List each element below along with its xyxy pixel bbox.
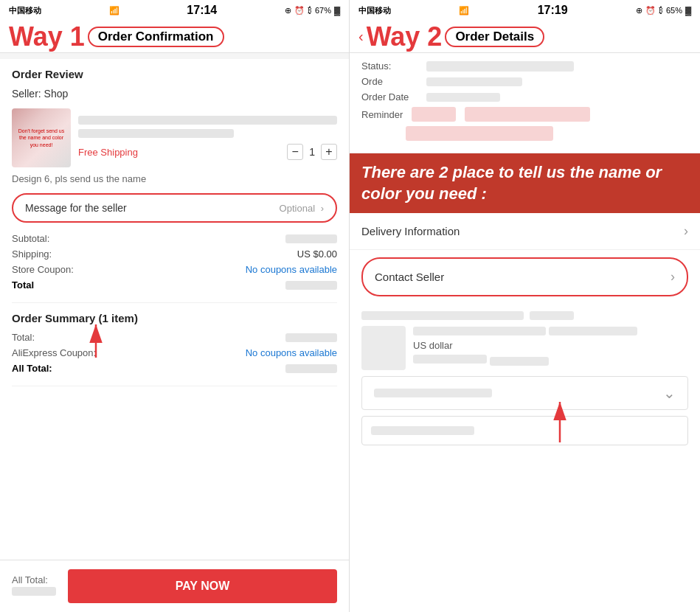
carrier-left: 中国移动 [9, 5, 41, 16]
order-summary-title: Order Summary (1 item) [12, 312, 337, 324]
status-icons-right: ⊕ ⏰ ₿ 65% ▓ [636, 6, 691, 15]
total-value [285, 281, 337, 290]
alarm-icon-r: ⏰ [645, 6, 656, 15]
quantity-control: − 1 + [287, 144, 337, 160]
delivery-row[interactable]: Delivery Information › [350, 213, 700, 250]
bluetooth-icon-r: ₿ [659, 6, 663, 15]
message-optional: Optional › [280, 203, 324, 214]
panel-left: 中国移动 📶 17:14 ⊕ ⏰ ₿ 67% ▓ Way 1 Order Con… [0, 0, 350, 612]
back-button-right[interactable]: ‹ [358, 28, 364, 45]
total-row: Total [12, 279, 337, 291]
nav-bar-left: Way 1 Order Confirmation [0, 21, 349, 53]
summary-total-label: Total: [12, 332, 35, 343]
qty-increase-btn[interactable]: + [321, 144, 337, 160]
aliexpress-no-coupons: No coupons available [246, 347, 337, 358]
summary-total-row: Total: [12, 332, 337, 343]
all-total-row: All Total: [12, 363, 337, 374]
product-right-section: US dollar ⌄ [350, 304, 700, 453]
pay-now-bar: All Total: PAY NOW [0, 560, 349, 612]
status-icons-left: ⊕ ⏰ ₿ 67% ▓ [285, 6, 340, 15]
product-image-inner: Don't forget send us the name and color … [12, 108, 71, 167]
qty-decrease-btn[interactable]: − [287, 144, 303, 160]
way-label-right: Way 2 [367, 21, 443, 52]
product-right-text-1 [361, 311, 524, 320]
reminder-label: Reminder [361, 109, 403, 120]
free-shipping-label: Free Shipping [78, 147, 138, 158]
red-banner: There are 2 place to tell us the name or… [350, 153, 700, 213]
pay-now-button[interactable]: PAY NOW [68, 569, 337, 603]
nav-bar-right: ‹ Way 2 Order Details [350, 21, 700, 53]
product-image-text: Don't forget send us the name and color … [12, 125, 71, 150]
delivery-label: Delivery Information [361, 225, 460, 237]
total-label: Total [12, 279, 34, 291]
battery-icon-left: ▓ [334, 6, 340, 15]
no-coupons-value: No coupons available [246, 264, 337, 275]
subtotal-label: Subtotal: [12, 233, 49, 244]
order-date-value [426, 93, 500, 102]
store-coupon-row: Store Coupon: No coupons available [12, 264, 337, 275]
way-label-left: Way 1 [9, 21, 85, 52]
seller-info: Seller: Shop [12, 88, 337, 100]
pay-total-section: All Total: [12, 574, 56, 599]
status-bar-left: 中国移动 📶 17:14 ⊕ ⏰ ₿ 67% ▓ [0, 0, 349, 21]
all-total-label: All Total: [12, 363, 52, 374]
order-review-title: Order Review [12, 68, 337, 80]
shipping-row: Shipping: US $0.00 [12, 248, 337, 260]
us-dollar: US dollar [413, 340, 688, 351]
order-date-label: Order Date [361, 91, 420, 102]
location-icon-r: ⊕ [636, 6, 642, 15]
cost-section: Subtotal: Shipping: US $0.00 Store Coupo… [12, 233, 337, 303]
panel-right: 中国移动 📶 17:19 ⊕ ⏰ ₿ 65% ▓ ‹ Way 2 Order D… [350, 0, 700, 612]
time-left: 17:14 [187, 4, 217, 17]
pay-total-blur [12, 587, 56, 596]
quantity-value: 1 [309, 146, 315, 158]
reminder-line2 [406, 126, 553, 141]
input-value [371, 426, 474, 435]
all-total-value [285, 364, 337, 373]
message-label: Message for the seller [25, 202, 127, 214]
dropdown-row[interactable]: ⌄ [361, 376, 688, 410]
product-thumb-right [361, 326, 406, 370]
order-label: Orde [361, 76, 420, 87]
order-review-section: Order Review Seller: Shop Don't forget s… [0, 59, 349, 403]
store-coupon-label: Store Coupon: [12, 264, 74, 275]
main-container: 中国移动 📶 17:14 ⊕ ⏰ ₿ 67% ▓ Way 1 Order Con… [0, 0, 700, 612]
seller-name: Shop [44, 88, 69, 100]
battery-right: 65% [666, 6, 682, 15]
order-value [426, 77, 522, 86]
status-value [426, 61, 574, 72]
aliexpress-coupon-row: AliExpress Coupon: No coupons available [12, 347, 337, 358]
product-name-blur-2 [78, 129, 234, 138]
status-section: Status: Orde Order Date Reminder [350, 53, 700, 153]
product-row: Don't forget send us the name and color … [12, 108, 337, 167]
product-name-blur-1 [78, 116, 337, 125]
order-date-row: Order Date [361, 91, 688, 102]
delivery-chevron-icon: › [684, 223, 688, 239]
product-details-right: US dollar [413, 326, 688, 368]
nav-title-left[interactable]: Order Confirmation [88, 27, 224, 47]
location-icon: ⊕ [285, 6, 291, 15]
input-container [361, 416, 688, 445]
subtotal-value [285, 234, 337, 243]
carrier-right: 中国移动 [358, 5, 391, 16]
bluetooth-icon: ₿ [308, 6, 312, 15]
aliexpress-coupon-label: AliExpress Coupon: [12, 347, 96, 358]
pay-total-label: All Total: [12, 574, 56, 585]
product-row-right: US dollar [361, 326, 688, 370]
shipping-value: US $0.00 [297, 248, 337, 260]
message-row[interactable]: Message for the seller Optional › [12, 193, 337, 223]
time-right: 17:19 [538, 4, 568, 17]
product-right-text-2 [530, 311, 574, 320]
product-info: Free Shipping − 1 + [78, 116, 337, 160]
product-name-right-2 [549, 327, 637, 335]
battery-left: 67% [315, 6, 331, 15]
reminder-value-2 [465, 107, 590, 122]
reminder-value-1 [412, 107, 456, 122]
contact-seller-label: Contact Seller [375, 271, 444, 283]
contact-chevron-icon: › [670, 269, 675, 285]
chevron-right-icon: › [321, 203, 324, 214]
contact-seller-row[interactable]: Contact Seller › [361, 257, 688, 296]
product-name-right [413, 327, 546, 335]
seller-label: Seller: [12, 88, 41, 100]
summary-total-value [285, 333, 337, 342]
